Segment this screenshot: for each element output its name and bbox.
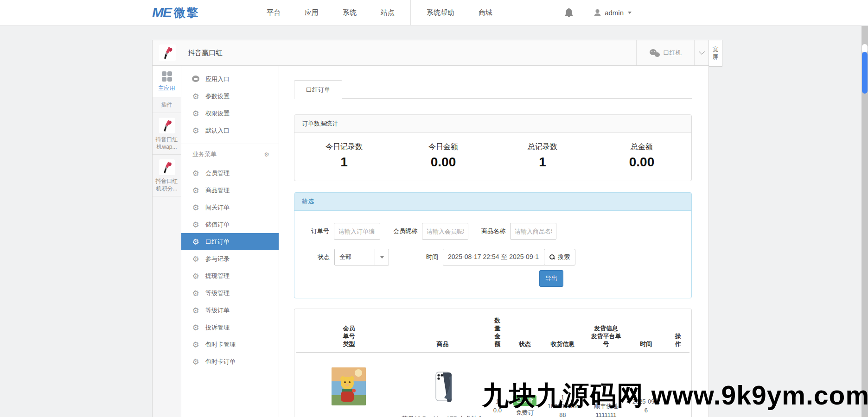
cell-member-order: R202509162216306626216 866 实体订单 [296,359,402,417]
topnav-item-label: 系统 [343,8,357,17]
topnav-item[interactable]: 应用 [293,0,331,25]
logo-cn-text: 微擎 [174,5,199,20]
sidebar-menu-item[interactable]: 等级订单 [181,302,279,319]
sidebar-menu-item[interactable]: 等级管理 [181,284,279,302]
filter-row-1: 订单号 会员昵称 商品名称 [311,223,691,240]
table-column-header: 时间 [625,340,667,348]
filter-panel: 筛选 订单号 会员昵称 商品名称 [294,192,692,298]
user-name: admin [605,9,624,17]
sidebar-menu-item[interactable]: 投诉管理 [181,319,279,336]
logo-me-text: ME [152,5,171,20]
table-column-header: 会员 单号 类型 [296,324,402,348]
sidebar-top-group: 应用入口 参数设置 权限设置 默认入口 [181,70,279,139]
menu-item-label: 等级订单 [205,306,230,315]
grid-icon [162,71,172,82]
sidebar-menu-item[interactable]: 储值订单 [181,216,279,233]
sidebar-menu-item[interactable]: 商品管理 [181,182,279,199]
notification-bell-icon[interactable] [565,8,573,17]
topbar: ME 微擎 平台 应用 系统 站点 系统帮助 商城 [0,0,868,25]
status-select-button[interactable] [375,249,389,265]
rail-plugin-list: 抖音口红机wap... 抖音口红 [153,113,181,196]
nickname-input[interactable] [422,223,468,240]
business-menu-gear-icon[interactable] [264,151,269,158]
collapse-header-button[interactable] [694,40,708,65]
weengine-logo[interactable]: ME 微擎 [152,5,199,20]
export-button[interactable]: 导出 [539,270,563,287]
sidebar-menu-item[interactable]: 参数设置 [181,88,279,105]
sidebar-menu-item[interactable]: 包时卡管理 [181,336,279,353]
sidebar-menu-item[interactable]: 提现管理 [181,267,279,284]
order-table-row: R202509162216306626216 866 实体订单 [296,353,689,417]
lipstick-plugin-icon [159,159,175,175]
status-select[interactable]: 全部 [334,249,389,265]
nickname-label: 会员昵称 [393,227,417,235]
order-no-input[interactable] [334,223,380,240]
channel-switcher[interactable]: 口红机 [636,40,694,65]
user-menu[interactable]: admin [594,9,632,17]
topnav-item[interactable]: 系统 [331,0,369,25]
topnav-item-label: 平台 [267,8,281,17]
order-stats-body: 今日记录数 1 今日金额 0.00 总记录数 1 [294,133,691,181]
topnav-item[interactable]: 平台 [255,0,293,25]
rail-plugin-label: 抖音口红机wap... [153,136,180,151]
stat-label: 今日记录数 [326,142,363,152]
table-column-header: 数 量 金 额 [484,316,511,348]
menu-item-label: 包时卡管理 [205,341,236,349]
sidebar-menu: 应用入口 参数设置 权限设置 默认入口 [181,66,279,417]
sidebar-menu-item[interactable]: 应用入口 [181,70,279,88]
search-button-label: 搜索 [558,253,570,261]
topnav-item[interactable]: 站点 [369,0,407,25]
app-window-body: 主应用 插件 [153,66,708,417]
stat-value: 1 [539,155,546,170]
topnav-item[interactable]: 商城 [466,0,504,25]
chevron-down-icon [699,49,705,55]
app-header-tools: 口红机 [636,40,708,65]
user-caret-icon [628,12,632,14]
menu-item-label: 投诉管理 [205,323,230,332]
status-label: 状态 [318,253,330,261]
stat-label: 今日金额 [428,142,458,152]
menu-item-label: 默认入口 [205,126,230,135]
menu-item-label: 包时卡订单 [205,358,236,366]
sidebar-menu-item[interactable]: 口红订单 [181,233,279,250]
product-name-input[interactable] [510,223,556,240]
tab-lipstick-orders[interactable]: 口红订单 [294,80,342,99]
cell-product: 苹果16 Pro Max 1TB 白色钛金属 官方正品 [402,362,484,417]
rail-plugin-item[interactable]: 抖音口红机积分... [153,155,181,196]
table-column-header: 操 作 [667,332,689,348]
filter-order-no-group: 订单号 [311,223,380,240]
search-button[interactable]: 搜索 [544,249,575,265]
menu-item-label: 参数设置 [205,92,230,101]
filter-nickname-group: 会员昵称 [393,223,468,240]
topnav-item-label: 系统帮助 [427,8,454,17]
topnav-item[interactable]: 系统帮助 [410,0,466,25]
sidebar-menu-item[interactable]: 默认入口 [181,122,279,139]
sidebar-menu-item[interactable]: 会员管理 [181,164,279,182]
app-title: 抖音赢口红 [188,49,223,57]
stat-value: 0.00 [431,155,456,170]
search-icon [549,254,555,260]
rail-plugin-item[interactable]: 抖音口红机wap... [153,113,181,155]
app-window: 抖音赢口红 口红机 主应用 插件 [152,40,709,417]
sidebar-menu-item[interactable]: 参与记录 [181,250,279,267]
order-stats-title: 订单数据统计 [294,115,691,133]
product-name: 苹果16 Pro Max 1TB 白色钛金属 [402,414,484,417]
menu-item-label: 商品管理 [205,186,230,195]
menu-item-label: 提现管理 [205,272,230,280]
sidebar-menu-item[interactable]: 闯关订单 [181,199,279,216]
widescreen-toggle[interactable]: 宽 屏 [709,40,722,67]
sidebar-menu-item[interactable]: 权限设置 [181,105,279,122]
top-nav: 平台 应用 系统 站点 系统帮助 商城 [255,0,504,25]
app-rail: 主应用 插件 [153,66,181,417]
menu-item-icon [191,306,200,315]
menu-item-label: 口红订单 [205,238,230,246]
sidebar-business-group: 会员管理 商品管理 闯关订单 储值订单 [181,164,279,370]
cell-time: 2025-09-1 6 22:16:30 [625,397,667,417]
table-column-header: 发货信息 发货平台单 号 [587,324,625,348]
sidebar-menu-item[interactable]: 包时卡订单 [181,353,279,370]
rail-item-main-app[interactable]: 主应用 [153,66,181,97]
app-logo-icon [159,44,176,61]
menu-item-icon [191,358,200,366]
cell-status: 已发货 免费订 单 [511,386,538,417]
page-scrollbar-thumb[interactable] [862,52,868,94]
